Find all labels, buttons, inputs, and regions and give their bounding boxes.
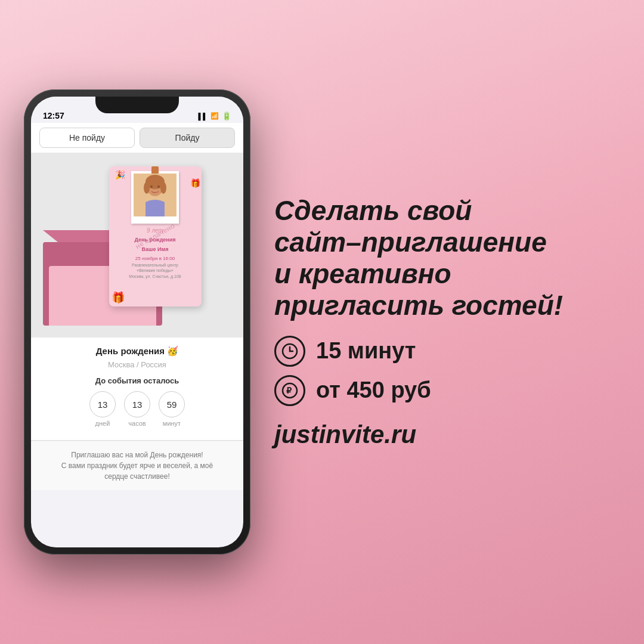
- svg-text:₽: ₽: [286, 386, 292, 395]
- wifi-icon: 📶: [210, 112, 219, 120]
- desc-line3: сердце счастливее!: [104, 472, 169, 481]
- countdown-row: 13 дней 13 часов 59 минут: [41, 391, 234, 427]
- main-container: 12:57 ▌▌ 📶 🔋 Не пойду Пойду: [0, 0, 644, 644]
- age-text: 9 лет: [147, 227, 163, 234]
- event-description: Приглашаю вас на мой День рождения! С ва…: [31, 441, 243, 490]
- invitation-card: не оплачено 🎉: [109, 166, 202, 306]
- decline-button[interactable]: Не пойду: [39, 128, 135, 148]
- features-list: 15 минут ₽ от 450 руб: [274, 336, 608, 406]
- event-location: Москва / Россия: [41, 360, 234, 369]
- svg-point-6: [157, 185, 160, 188]
- svg-point-5: [150, 185, 153, 188]
- promo-line1: Сделать свой: [274, 195, 472, 226]
- party-hat-icon: 🎉: [115, 170, 125, 179]
- phone-wrapper: 12:57 ▌▌ 📶 🔋 Не пойду Пойду: [24, 89, 250, 555]
- desc-text: Приглашаю вас на мой День рождения! С ва…: [41, 450, 234, 482]
- promo-line3: и креативно: [274, 258, 451, 289]
- inv-venue-line1: Развлекательный центр: [132, 262, 178, 268]
- hours-unit: часов: [128, 420, 145, 427]
- signal-icon: ▌▌: [198, 113, 208, 120]
- svg-point-3: [144, 182, 150, 194]
- promo-line2: сайт–приглашение: [274, 227, 547, 258]
- gift-box-right: 🎁: [190, 178, 200, 188]
- desc-line2: С вами праздник будет ярче и веселей, а …: [61, 462, 213, 470]
- minutes-unit: минут: [163, 420, 181, 427]
- accept-button[interactable]: Пойду: [140, 128, 235, 148]
- phone-screen: 12:57 ▌▌ 📶 🔋 Не пойду Пойду: [31, 97, 243, 547]
- promo-content: Сделать свой сайт–приглашение и креативн…: [250, 195, 608, 449]
- event-info-section: День рождения 🥳 Москва / Россия До событ…: [31, 338, 243, 440]
- phone-outer: 12:57 ▌▌ 📶 🔋 Не пойду Пойду: [24, 89, 250, 555]
- countdown-minutes: 59 минут: [159, 391, 185, 427]
- clock-icon: [274, 336, 305, 367]
- svg-point-4: [160, 182, 166, 194]
- promo-line4: пригласить гостей!: [274, 290, 563, 321]
- desc-line1: Приглашаю вас на мой День рождения!: [71, 451, 203, 459]
- ruble-icon: ₽: [274, 375, 305, 406]
- girl-photo: [134, 174, 177, 216]
- battery-icon: 🔋: [222, 112, 231, 120]
- status-time: 12:57: [43, 111, 64, 120]
- hours-circle: 13: [124, 391, 150, 417]
- countdown-label: До события осталось: [41, 376, 234, 385]
- days-circle: 13: [89, 391, 116, 417]
- status-icons: ▌▌ 📶 🔋: [198, 112, 231, 120]
- polaroid-photo: [131, 171, 179, 224]
- countdown-days: 13 дней: [89, 391, 116, 427]
- time-text: 15 минут: [316, 338, 416, 364]
- price-text: от 450 руб: [316, 377, 431, 403]
- invitation-area: не оплачено 🎉: [31, 153, 243, 338]
- days-unit: дней: [95, 420, 110, 427]
- brand-url: justinvite.ru: [274, 420, 608, 449]
- promo-title: Сделать свой сайт–приглашение и креативн…: [274, 195, 608, 321]
- phone-notch: [95, 97, 179, 113]
- inv-venue-line2: «Великие победы»: [137, 268, 173, 274]
- inv-date: 25 ноября в 16:00: [135, 256, 175, 261]
- countdown-hours: 13 часов: [124, 391, 150, 427]
- gift-box-left: 🎁: [112, 291, 125, 304]
- time-feature: 15 минут: [274, 336, 608, 367]
- photo-placeholder: [134, 174, 177, 216]
- inv-venue-line3: Москва, ул. Счастья, д.108: [129, 274, 181, 280]
- minutes-circle: 59: [159, 391, 185, 417]
- price-feature: ₽ от 450 руб: [274, 375, 608, 406]
- inv-title-line1: День рождения: [134, 236, 175, 244]
- event-title: День рождения 🥳: [41, 346, 234, 357]
- rsvp-buttons-row: Не пойду Пойду: [31, 123, 243, 153]
- inv-title-line2: Ваше Имя: [142, 246, 169, 253]
